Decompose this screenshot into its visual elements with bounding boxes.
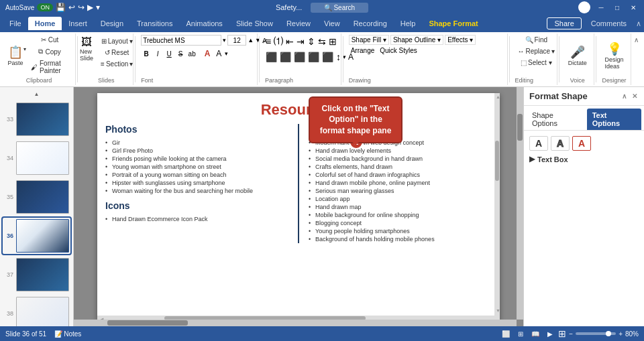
tab-transitions[interactable]: Transitions: [130, 17, 179, 30]
slide-thumb-38[interactable]: 38: [3, 295, 70, 326]
tab-design[interactable]: Design: [94, 17, 130, 30]
zoom-out-btn[interactable]: −: [569, 330, 573, 338]
tab-recording[interactable]: Recording: [347, 17, 394, 30]
replace-button[interactable]: ↔Replace▾: [515, 46, 557, 56]
font-dropdown-icon[interactable]: ▾: [223, 37, 226, 44]
layout-button[interactable]: ⊞Layout▾: [98, 36, 136, 46]
text-direction-button[interactable]: ⇕: [307, 36, 316, 48]
line-spacing-button[interactable]: ↕: [335, 51, 341, 63]
align-right-button[interactable]: ⬛: [293, 51, 306, 63]
decrease-indent-button[interactable]: ⇤: [285, 36, 294, 48]
scrollbar-thumb-v[interactable]: [495, 141, 499, 181]
arrange-button[interactable]: Arrange: [349, 46, 377, 55]
canvas-vscrollbar[interactable]: [517, 87, 523, 320]
slide-sorter-btn[interactable]: ⊞: [515, 330, 526, 338]
shape-fill-button[interactable]: Shape Fill ▾: [349, 35, 389, 45]
bullets-button[interactable]: ≡: [265, 36, 272, 48]
tab-shape-options[interactable]: Shape Options: [527, 109, 586, 130]
font-dropdown2-icon[interactable]: ▾: [225, 50, 228, 57]
new-slide-button[interactable]: 🖼NewSlide: [76, 35, 97, 63]
notes-btn[interactable]: 📝 Notes: [52, 330, 84, 338]
format-painter-button[interactable]: 🖌Format Painter: [28, 58, 71, 76]
format-pane-collapse-icon[interactable]: ∧: [621, 92, 628, 100]
reading-view-btn[interactable]: 📖: [529, 330, 542, 338]
reset-button[interactable]: ↺Reset: [98, 48, 136, 58]
text-fill-btn[interactable]: A: [529, 136, 548, 151]
strikethrough-button[interactable]: S: [175, 48, 186, 59]
tab-shapeformat[interactable]: Shape Format: [422, 17, 484, 30]
align-left-button[interactable]: ⬛: [265, 51, 278, 63]
tab-insert[interactable]: Insert: [62, 17, 94, 30]
save-icon[interactable]: 💾: [56, 3, 66, 12]
text-effects-btn[interactable]: A: [572, 136, 591, 151]
dictate-button[interactable]: 🎤Dictate: [566, 44, 590, 68]
slide-scrollbar-v[interactable]: ▲ ▼: [494, 93, 500, 321]
find-button[interactable]: 🔍Find: [515, 35, 557, 45]
zoom-in-btn[interactable]: +: [619, 330, 623, 338]
paste-dropdown-icon[interactable]: ▾: [23, 46, 26, 52]
font-size-up-icon[interactable]: ▲: [248, 37, 254, 44]
tab-animations[interactable]: Animations: [179, 17, 229, 30]
align-center-button[interactable]: ⬛: [279, 51, 292, 63]
italic-button[interactable]: I: [152, 48, 163, 59]
font-color-up-button[interactable]: A: [202, 48, 213, 59]
restore-btn[interactable]: □: [612, 2, 623, 13]
redo-icon[interactable]: ↪: [78, 3, 85, 12]
section-button[interactable]: ≡Section▾: [98, 59, 136, 69]
canvas-hscrollbar[interactable]: [74, 320, 517, 326]
format-pane-close-icon[interactable]: ✕: [631, 92, 639, 100]
quick-styles-button[interactable]: Quick Styles: [378, 46, 419, 55]
undo-icon[interactable]: ↩: [68, 3, 75, 12]
copy-button[interactable]: ⧉Copy: [28, 46, 71, 57]
collapse-ribbon-icon[interactable]: ∧: [636, 19, 641, 28]
ribbon-collapse-btn[interactable]: ∧: [631, 33, 641, 85]
search-box[interactable]: 🔍 Search: [311, 3, 368, 13]
font-highlight-button[interactable]: A: [213, 48, 224, 59]
present-icon[interactable]: ▶: [87, 3, 93, 12]
minimize-btn[interactable]: ─: [596, 2, 606, 13]
increase-indent-button[interactable]: ⇥: [296, 36, 305, 48]
column-button[interactable]: ⬛: [321, 51, 334, 63]
tab-view[interactable]: View: [317, 17, 347, 30]
tab-text-options[interactable]: Text Options: [587, 109, 641, 130]
share-button[interactable]: Share: [547, 17, 581, 29]
tab-slideshow[interactable]: Slide Show: [229, 17, 280, 30]
paste-button[interactable]: 📋 Paste ▾: [7, 44, 27, 68]
tab-review[interactable]: Review: [280, 17, 317, 30]
convert-button[interactable]: ⇆: [317, 36, 327, 48]
char-spacing-button[interactable]: ab: [186, 48, 197, 59]
slide-thumb-33[interactable]: 33: [3, 101, 70, 137]
tab-help[interactable]: Help: [394, 17, 423, 30]
zoom-slider[interactable]: [576, 332, 616, 335]
user-avatar[interactable]: [578, 1, 590, 13]
select-button[interactable]: ⬚Select ▾: [515, 58, 557, 68]
bold-button[interactable]: B: [141, 48, 152, 59]
autosave-toggle[interactable]: ON: [37, 3, 53, 11]
justify-button[interactable]: ⬛: [307, 51, 320, 63]
tab-home[interactable]: Home: [28, 17, 62, 30]
fit-slide-btn[interactable]: ⊞: [558, 328, 566, 339]
slide-thumb-37[interactable]: 37: [3, 257, 70, 293]
cut-button[interactable]: ✂Cut: [28, 35, 71, 45]
smartart-button[interactable]: ⊞: [328, 36, 337, 48]
slide-thumb-35[interactable]: 35: [3, 179, 70, 215]
text-box-header[interactable]: ▶ Text Box: [529, 155, 639, 163]
slide-canvas[interactable]: Resources Photos Gir Girl Free Photo Fri…: [97, 93, 500, 321]
font-size-down-icon[interactable]: ▼: [255, 37, 261, 44]
slide-thumb-36[interactable]: 36: [3, 218, 70, 254]
design-ideas-button[interactable]: 💡DesignIdeas: [602, 40, 627, 71]
slideshow-btn[interactable]: ▶: [545, 330, 555, 338]
comments-button[interactable]: Comments: [586, 18, 632, 29]
slide-thumb-34[interactable]: 34: [3, 140, 70, 176]
more-icon[interactable]: ▾: [96, 3, 100, 12]
numbering-button[interactable]: ⑴: [273, 35, 284, 48]
shape-effects-button[interactable]: Effects ▾: [445, 35, 476, 45]
scroll-up-btn[interactable]: ▲: [3, 90, 70, 98]
close-btn[interactable]: ✕: [628, 2, 639, 13]
underline-button[interactable]: U: [164, 48, 174, 59]
font-size-input[interactable]: [227, 35, 246, 46]
font-name-input[interactable]: [141, 35, 221, 46]
normal-view-btn[interactable]: ⬜: [499, 330, 513, 338]
shape-outline-button[interactable]: Shape Outline ▾: [390, 35, 443, 45]
tab-file[interactable]: File: [3, 17, 28, 30]
